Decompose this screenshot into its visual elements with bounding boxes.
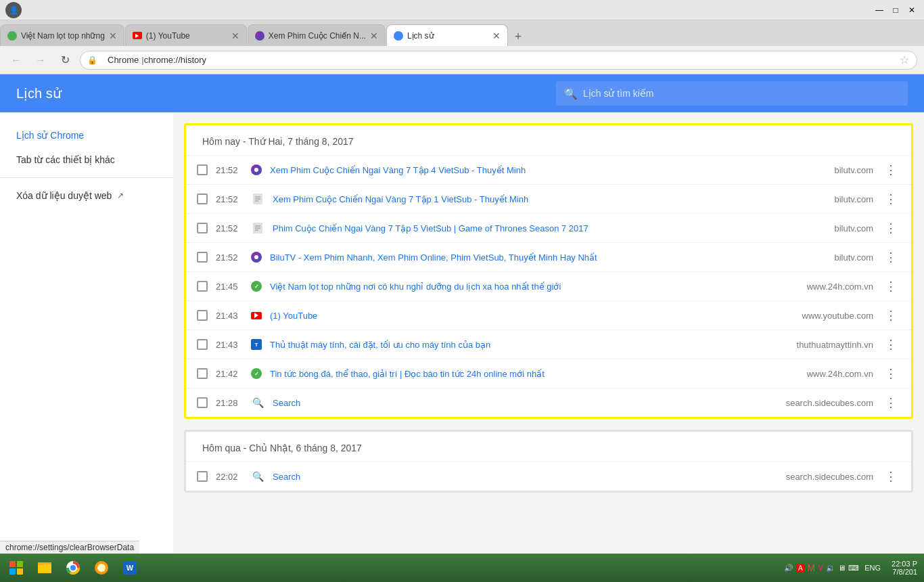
item-menu-7[interactable]: ⋮ <box>881 337 900 352</box>
user-avatar: 👤 <box>5 2 22 18</box>
address-input[interactable]: 🔒 Chrome | chrome://history <box>80 51 917 70</box>
item-menu-9[interactable]: ⋮ <box>881 395 900 410</box>
item-domain-9: search.sidecubes.com <box>786 398 873 408</box>
item-menu-6[interactable]: ⋮ <box>881 308 900 323</box>
taskbar-v-icon: V <box>818 563 823 573</box>
item-favicon-6 <box>251 312 262 319</box>
tab-history[interactable]: Lịch sử ✕ <box>386 24 508 46</box>
tab-favicon-3 <box>255 31 264 41</box>
app-title: Lịch sử <box>16 85 556 102</box>
history-item[interactable]: 21:52 Xem Phim Cuộc Chiến Ngai Vàng 7 Tậ… <box>186 155 911 184</box>
addressbar: ← → ↻ 🔒 Chrome | chrome://history ☆ <box>0 46 924 74</box>
item-menu-2[interactable]: ⋮ <box>881 192 900 206</box>
item-title-1[interactable]: Xem Phim Cuộc Chiến Ngai Vàng 7 Tập 4 Vi… <box>270 165 821 175</box>
star-icon[interactable]: ☆ <box>900 53 909 66</box>
sidebar-item-clear[interactable]: Xóa dữ liệu duyệt web ↗ <box>0 183 173 208</box>
taskbar-acrobat-icon: A <box>796 564 805 573</box>
item-menu-y1[interactable]: ⋮ <box>881 469 900 484</box>
sidebar-item-chrome-history[interactable]: Lịch sử Chrome <box>0 123 173 148</box>
reload-button[interactable]: ↻ <box>55 51 74 70</box>
history-item[interactable]: 21:43 (1) YouTube www.youtube.com ⋮ <box>186 300 911 330</box>
item-menu-1[interactable]: ⋮ <box>881 162 900 177</box>
item-domain-y1: search.sidecubes.com <box>786 472 873 482</box>
start-button[interactable] <box>3 556 30 580</box>
history-item[interactable]: 21:52 BiluTV - Xem Phim Nhanh, Xem Phim … <box>186 242 911 271</box>
history-item[interactable]: 21:28 🔍 Search search.sidecubes.com ⋮ <box>186 388 911 417</box>
tab-close-2[interactable]: ✕ <box>231 30 239 41</box>
item-time-2: 21:52 <box>216 194 243 204</box>
item-checkbox-5[interactable] <box>197 281 208 292</box>
sidebar-divider <box>0 177 173 178</box>
search-icon: 🔍 <box>564 87 578 100</box>
item-menu-4[interactable]: ⋮ <box>881 250 900 265</box>
item-checkbox-4[interactable] <box>197 252 208 263</box>
item-checkbox-7[interactable] <box>197 339 208 350</box>
history-item[interactable]: 22:02 🔍 Search search.sidecubes.com ⋮ <box>186 462 911 491</box>
history-item[interactable]: 21:43 T Thủ thuật máy tính, cài đặt, tối… <box>186 330 911 359</box>
item-checkbox-9[interactable] <box>197 397 208 408</box>
item-time-y1: 22:02 <box>216 472 243 482</box>
taskbar-paint[interactable] <box>88 556 115 580</box>
item-title-2[interactable]: Xem Phim Cuộc Chiến Ngai Vàng 7 Tập 1 Vi… <box>273 194 821 204</box>
history-item[interactable]: 21:42 ✓ Tin tức bóng đá, thể thao, giải … <box>186 359 911 388</box>
item-favicon-8: ✓ <box>251 368 262 379</box>
tab-favicon-4 <box>394 31 403 41</box>
taskbar-speaker2-icon: 🔉 <box>826 564 835 573</box>
item-favicon-5: ✓ <box>251 281 262 292</box>
taskbar-chrome[interactable] <box>60 556 87 580</box>
content: Lịch sử Chrome Tab từ các thiết bị khác … <box>0 112 924 582</box>
taskbar-keyboard-icon: ⌨ <box>848 564 859 573</box>
item-checkbox-6[interactable] <box>197 310 208 321</box>
item-domain-7: thuthuatmayttinh.vn <box>797 340 873 350</box>
tab-viet-nam[interactable]: Việt Nam lọt top những ✕ <box>0 24 124 46</box>
new-tab-button[interactable]: + <box>509 27 528 46</box>
item-title-7[interactable]: Thủ thuật máy tính, cài đặt, tối ưu cho … <box>270 340 783 350</box>
close-button[interactable]: ✕ <box>905 3 919 17</box>
item-title-4[interactable]: BiluTV - Xem Phim Nhanh, Xem Phim Online… <box>270 252 821 263</box>
item-checkbox-3[interactable] <box>197 223 208 233</box>
item-title-5[interactable]: Việt Nam lọt top những nơi có khu nghỉ d… <box>270 282 793 292</box>
taskbar-date: 7/8/201 <box>892 568 917 576</box>
item-title-3[interactable]: Phim Cuộc Chiến Ngai Vàng 7 Tập 5 VietSu… <box>273 223 821 233</box>
item-title-6[interactable]: (1) YouTube <box>270 311 789 321</box>
item-title-8[interactable]: Tin tức bóng đá, thể thao, giải trí | Đọ… <box>270 369 793 379</box>
item-checkbox-y1[interactable] <box>197 471 208 482</box>
forward-button[interactable]: → <box>31 51 50 70</box>
sidebar-item-other-devices[interactable]: Tab từ các thiết bị khác <box>0 148 173 172</box>
item-favicon-1 <box>251 164 262 175</box>
item-time-3: 21:52 <box>216 223 243 233</box>
taskbar-lang: ENG <box>864 564 881 572</box>
maximize-button[interactable]: □ <box>889 3 902 17</box>
history-item[interactable]: 21:52 Phim Cuộc Chiến Ngai Vàng 7 Tập 5 … <box>186 213 911 242</box>
item-title-y1[interactable]: Search <box>273 472 772 482</box>
item-time-8: 21:42 <box>216 369 243 379</box>
item-title-9[interactable]: Search <box>273 398 772 408</box>
tab-close-3[interactable]: ✕ <box>370 30 378 41</box>
tab-close-1[interactable]: ✕ <box>109 30 117 41</box>
item-menu-3[interactable]: ⋮ <box>881 221 900 236</box>
back-button[interactable]: ← <box>7 51 26 70</box>
item-checkbox-2[interactable] <box>197 194 208 204</box>
address-brand: Chrome <box>108 55 139 65</box>
tab-phim[interactable]: Xem Phim Cuộc Chiến N... ✕ <box>248 24 386 46</box>
item-menu-8[interactable]: ⋮ <box>881 366 900 381</box>
sidebar: Lịch sử Chrome Tab từ các thiết bị khác … <box>0 112 173 582</box>
clear-label: Xóa dữ liệu duyệt web <box>16 190 112 201</box>
main-content: Hôm nay - Thứ Hai, 7 tháng 8, 2017 21:52… <box>173 112 924 582</box>
today-date-label: Hôm nay - Thứ Hai, 7 tháng 8, 2017 <box>186 125 911 155</box>
item-domain-6: www.youtube.com <box>802 311 874 321</box>
tab-label-1: Việt Nam lọt top những <box>21 31 105 41</box>
item-checkbox-8[interactable] <box>197 368 208 379</box>
search-bar[interactable]: 🔍 <box>556 81 908 106</box>
item-checkbox-1[interactable] <box>197 164 208 175</box>
taskbar-explorer[interactable] <box>31 556 58 580</box>
tab-youtube[interactable]: (1) YouTube ✕ <box>125 24 247 46</box>
item-menu-5[interactable]: ⋮ <box>881 279 900 294</box>
taskbar-word[interactable]: W <box>116 556 143 580</box>
minimize-button[interactable]: — <box>873 3 886 17</box>
history-item[interactable]: 21:45 ✓ Việt Nam lọt top những nơi có kh… <box>186 271 911 300</box>
history-item[interactable]: 21:52 Xem Phim Cuộc Chiến Ngai Vàng 7 Tậ… <box>186 184 911 213</box>
tab-close-4[interactable]: ✕ <box>492 30 501 41</box>
search-input[interactable] <box>583 88 900 99</box>
item-time-5: 21:45 <box>216 282 243 292</box>
